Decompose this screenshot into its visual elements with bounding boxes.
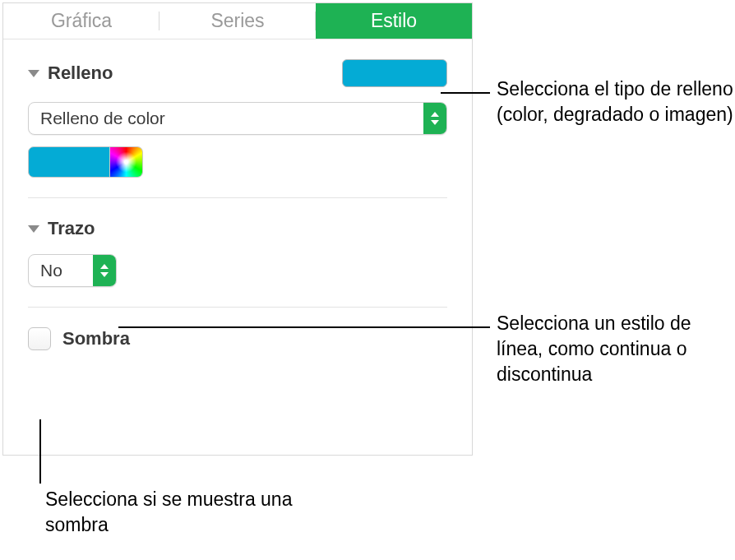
fill-color-well[interactable] [342,59,447,87]
color-wheel-icon[interactable] [110,146,143,178]
fill-section: Relleno Relleno de color [3,39,472,178]
callout-shadow: Selecciona si se muestra una sombra [45,487,308,538]
callout-fill: Selecciona el tipo de relleno (color, de… [497,76,735,127]
fill-type-select[interactable]: Relleno de color [28,102,447,135]
tab-grafica[interactable]: Gráfica [3,3,159,39]
fill-section-header: Relleno [28,39,447,99]
fill-color-swatch[interactable] [28,146,110,178]
callout-line [118,326,490,328]
inspector-panel: Gráfica Series Estilo Relleno Relleno de… [2,2,473,456]
tab-series[interactable]: Series [159,3,316,39]
select-stepper-icon [93,255,116,286]
fill-color-swatches [28,146,447,178]
fill-type-label: Relleno de color [29,109,423,128]
callout-stroke: Selecciona un estilo de línea, como cont… [497,311,702,387]
callout-line [441,92,490,94]
shadow-label: Sombra [62,328,130,349]
select-stepper-icon [423,103,446,134]
fill-section-title: Relleno [48,62,113,84]
shadow-checkbox[interactable] [28,327,51,350]
stroke-style-select[interactable]: No [28,254,117,287]
chevron-down-icon[interactable] [28,70,39,77]
stroke-section: Trazo No [3,198,472,287]
tab-estilo[interactable]: Estilo [316,3,472,39]
tab-bar: Gráfica Series Estilo [3,3,472,39]
stroke-style-label: No [29,261,93,280]
stroke-section-title: Trazo [48,218,95,239]
shadow-row: Sombra [3,308,472,350]
stroke-section-header: Trazo [28,198,447,251]
callout-line [39,419,41,484]
chevron-down-icon[interactable] [28,225,39,233]
